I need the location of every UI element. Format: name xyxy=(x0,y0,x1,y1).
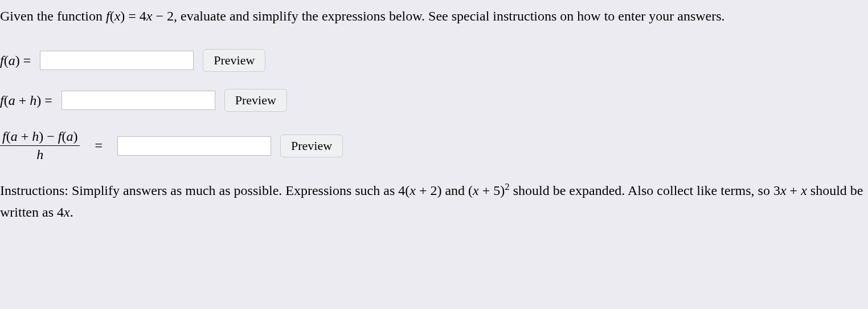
instr-e1a: 4( xyxy=(398,183,410,198)
instr-e2x: x xyxy=(473,183,479,198)
fah-h: h xyxy=(30,93,36,108)
intro-4: 4 xyxy=(140,9,146,23)
fah-open: ( xyxy=(4,93,9,108)
dq-minus: − xyxy=(43,129,58,144)
instr-e2plus: + 5) xyxy=(479,183,505,198)
intro-text-2: , evaluate and simplify the expressions … xyxy=(174,9,725,23)
preview-button-fah[interactable]: Preview xyxy=(224,89,287,112)
instr-e3x1: x xyxy=(780,183,787,198)
instr-e3plus: + xyxy=(787,183,801,198)
intro-x: x xyxy=(114,9,121,23)
row-fah: f(a + h) = Preview xyxy=(0,89,868,112)
dq-a1: a xyxy=(11,129,18,144)
instr-e1x: x xyxy=(410,183,416,198)
instructions-text: Instructions: Simplify answers as much a… xyxy=(0,180,868,223)
fa-f: f xyxy=(0,53,4,68)
intro-2: 2 xyxy=(167,9,174,23)
fa-a: a xyxy=(9,53,15,68)
instr-and: and xyxy=(441,183,468,198)
fa-open: ( xyxy=(4,53,9,68)
instr-part1: Instructions: Simplify answers as much a… xyxy=(0,183,398,198)
instr-part2: should be expanded. Also collect like te… xyxy=(510,183,773,198)
row-diff-quot: f(a + h) − f(a) h = Preview xyxy=(0,129,868,162)
dq-open1: ( xyxy=(6,129,11,144)
intro-open-paren: ( xyxy=(110,9,114,23)
fraction-diff-quot: f(a + h) − f(a) h xyxy=(0,129,80,162)
fa-close: ) xyxy=(15,53,20,68)
fah-a: a xyxy=(9,93,15,108)
input-fa[interactable] xyxy=(40,51,194,70)
row-fa: f(a) = Preview xyxy=(0,49,868,72)
dq-h1: h xyxy=(32,129,39,144)
fa-eq: = xyxy=(20,53,31,68)
dq-plus: + xyxy=(18,129,32,144)
dq-eq: = xyxy=(95,138,103,153)
intro-text-1: Given the function xyxy=(0,9,106,23)
preview-button-fa[interactable]: Preview xyxy=(203,49,265,72)
preview-button-diff-quot[interactable]: Preview xyxy=(280,135,343,157)
dq-a2: a xyxy=(66,129,73,144)
question-intro: Given the function f(x) = 4x − 2, evalua… xyxy=(0,6,868,26)
input-diff-quot[interactable] xyxy=(117,136,271,156)
instr-period: . xyxy=(70,205,73,219)
instr-e4a: 4 xyxy=(57,205,64,219)
instr-sup: 2 xyxy=(505,181,509,192)
instr-e4x: x xyxy=(64,205,70,219)
intro-f: f xyxy=(106,9,110,23)
intro-eq: = xyxy=(125,9,140,23)
fraction-denominator: h xyxy=(0,146,80,162)
input-fah[interactable] xyxy=(62,91,215,110)
intro-rhs-x: x xyxy=(146,9,153,23)
fraction-numerator: f(a + h) − f(a) xyxy=(0,129,80,146)
fah-eq: = xyxy=(41,93,52,108)
instr-e3a: 3 xyxy=(773,183,780,198)
dq-f1: f xyxy=(2,129,6,144)
instr-e2open: ( xyxy=(468,183,473,198)
fah-f: f xyxy=(0,93,4,108)
label-fah: f(a + h) = xyxy=(0,93,52,108)
intro-minus: − xyxy=(152,9,167,23)
fah-plus: + xyxy=(15,93,30,108)
instr-e3x2: x xyxy=(801,183,807,198)
dq-den-h: h xyxy=(36,147,43,162)
dq-close2: ) xyxy=(73,129,77,144)
label-fa: f(a) = xyxy=(0,53,31,68)
instr-e1b: + 2) xyxy=(416,183,442,198)
